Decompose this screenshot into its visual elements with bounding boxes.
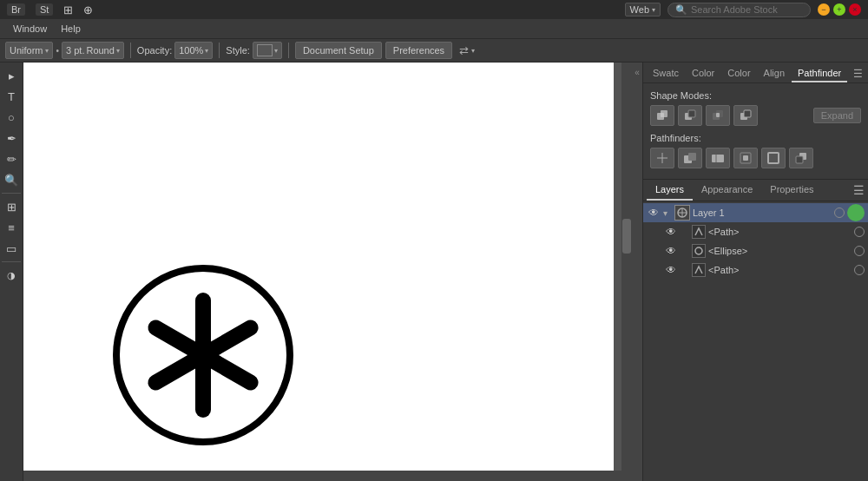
merge-btn[interactable] [706, 148, 730, 168]
selection-tool[interactable]: ▸ [2, 66, 21, 85]
layers-menu-icon[interactable]: ☰ [853, 183, 865, 197]
sublayer-ellipse-row[interactable]: 👁 <Ellipse> [643, 241, 868, 260]
canvas-content [23, 63, 621, 481]
measure-tool[interactable]: ≡ [2, 218, 21, 237]
svg-rect-16 [744, 110, 751, 117]
style-dropdown[interactable]: ▾ [253, 42, 282, 59]
horizontal-scrollbar[interactable] [23, 471, 621, 481]
maximize-button[interactable]: + [833, 3, 845, 16]
minimize-button[interactable]: − [818, 3, 830, 16]
tab-align[interactable]: Align [758, 65, 791, 82]
menu-window[interactable]: Window [7, 22, 53, 36]
tab-properties[interactable]: Properties [761, 180, 822, 201]
stroke-size-chevron: ▾ [116, 47, 120, 55]
layer-1-target[interactable] [834, 208, 845, 218]
search-input[interactable] [691, 4, 811, 15]
style-group: Style: ▾ [226, 42, 282, 59]
intersect-btn[interactable] [706, 105, 730, 126]
stroke-size-dropdown[interactable]: 3 pt. Round ▾ [62, 42, 124, 59]
outline-btn[interactable] [761, 148, 786, 168]
zoom-tool[interactable]: 🔍 [2, 170, 21, 189]
window-controls: − + × [818, 3, 861, 16]
minus-back-btn[interactable] [789, 148, 813, 168]
exclude-btn[interactable] [733, 105, 758, 126]
tab-color2[interactable]: Color [721, 65, 756, 82]
sublayer-path1-name: <Path> [708, 227, 852, 237]
layer-1-arrow[interactable]: ▾ [663, 208, 672, 218]
tab-appearance[interactable]: Appearance [693, 180, 761, 201]
svg-rect-21 [688, 153, 696, 161]
svg-rect-26 [768, 153, 779, 163]
style-label: Style: [226, 45, 250, 56]
sublayer-path2-target[interactable] [854, 265, 865, 275]
layer-1-row[interactable]: 👁 ▾ Layer 1 [643, 203, 868, 222]
collapse-icon: « [635, 68, 640, 77]
tab-layers[interactable]: Layers [647, 180, 693, 201]
svg-rect-28 [796, 156, 803, 163]
vertical-scrollbar[interactable] [621, 63, 632, 481]
stroke-uniform-dropdown[interactable]: Uniform ▾ [5, 42, 53, 59]
toolbar-sep-1 [130, 43, 131, 58]
toolbar: Uniform ▾ • 3 pt. Round ▾ Opacity: 100% … [0, 38, 868, 63]
opacity-dropdown[interactable]: 100% ▾ [174, 42, 213, 59]
sublayer-path2-row[interactable]: 👁 <Path> [643, 260, 868, 280]
transparency-tool[interactable]: ◑ [2, 266, 21, 285]
svg-point-32 [695, 247, 702, 254]
svg-rect-11 [688, 110, 695, 117]
sublayer-path1-visibility[interactable]: 👁 [664, 225, 678, 239]
app-icon-grid[interactable]: ⊞ [63, 3, 73, 16]
panel-menu-icon[interactable]: ☰ [851, 67, 865, 81]
stroke-dot: • [56, 46, 60, 56]
scrollbar-thumb [622, 219, 631, 254]
pathfinders-title: Pathfinders: [650, 133, 861, 143]
app-icon-target[interactable]: ⊕ [83, 3, 93, 16]
divide-btn[interactable] [650, 148, 674, 168]
arrange-icon[interactable]: ⇄ [459, 44, 469, 57]
layer-1-color [847, 204, 865, 221]
doc-setup-button[interactable]: Document Setup [295, 42, 382, 59]
pen-tool[interactable]: ✒ [2, 128, 21, 148]
shape-modes-title: Shape Modes: [650, 90, 861, 101]
tools-sep-2 [2, 261, 21, 262]
stroke-chevron: ▾ [45, 47, 49, 55]
sublayer-path1-target[interactable] [854, 227, 865, 237]
rect-tool[interactable]: ▭ [2, 239, 21, 258]
sublayer-path2-visibility[interactable]: 👁 [664, 263, 678, 277]
minus-front-btn[interactable] [678, 105, 702, 126]
app-icon-st[interactable]: St [36, 3, 53, 16]
menu-help[interactable]: Help [55, 22, 87, 36]
close-button[interactable]: × [849, 3, 861, 16]
toolbar-sep-2 [219, 43, 220, 58]
shape-tool[interactable]: ○ [2, 108, 21, 127]
sublayer-path2-thumb [692, 263, 706, 277]
layer-1-visibility[interactable]: 👁 [647, 206, 661, 220]
arrange-group: ⇄ ▾ [459, 44, 475, 57]
text-tool[interactable]: T [2, 87, 21, 106]
workspace-dropdown[interactable]: Web ▾ [625, 3, 661, 16]
stock-search-bar[interactable]: 🔍 [667, 3, 811, 17]
unite-btn[interactable] [650, 105, 674, 126]
tab-color1[interactable]: Color [686, 65, 720, 82]
grid-tool[interactable]: ⊞ [2, 197, 21, 216]
expand-button[interactable]: Expand [813, 108, 861, 123]
style-preview [257, 44, 273, 56]
brush-tool[interactable]: ✏ [2, 149, 21, 168]
crop-btn[interactable] [733, 148, 758, 168]
preferences-button[interactable]: Preferences [385, 42, 452, 59]
artwork-svg [110, 262, 297, 449]
sublayer-ellipse-target[interactable] [854, 246, 865, 256]
app-icon-br[interactable]: Br [7, 3, 25, 16]
trim-btn[interactable] [678, 148, 702, 168]
opacity-label: Opacity: [137, 45, 172, 56]
workspace-chevron: ▾ [652, 6, 655, 14]
tools-sep-1 [2, 193, 21, 194]
stroke-type-label: Round [86, 45, 114, 56]
panel-collapse-handle[interactable]: « [632, 63, 642, 481]
svg-rect-22 [712, 155, 724, 162]
tab-pathfinder[interactable]: Pathfinder [792, 65, 847, 82]
sublayer-path1-row[interactable]: 👁 <Path> [643, 222, 868, 241]
tab-swatches[interactable]: Swatc [647, 65, 685, 82]
sublayer-ellipse-visibility[interactable]: 👁 [664, 244, 678, 258]
svg-point-7 [191, 343, 215, 367]
main-area: ▸ T ○ ✒ ✏ 🔍 ⊞ ≡ ▭ ◑ [0, 63, 868, 481]
